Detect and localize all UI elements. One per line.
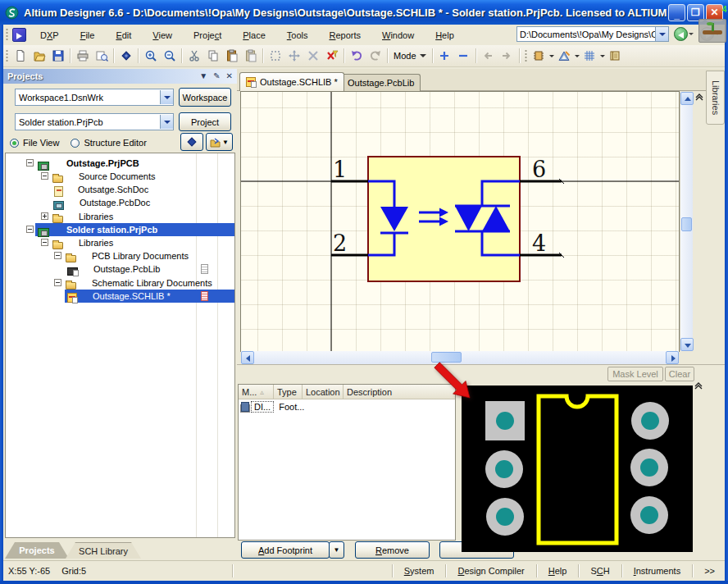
menu-item-view[interactable]: View — [142, 27, 183, 43]
tree-item-folder[interactable]: PCB Library Documents — [6, 249, 234, 262]
scroll-right-icon[interactable] — [666, 351, 679, 364]
ic-component-dropdown-icon[interactable] — [548, 47, 555, 65]
remove-part-icon[interactable] — [454, 47, 473, 65]
model-table-row[interactable]: DI... Foot... — [239, 400, 455, 413]
status-button-instruments[interactable]: Instruments — [626, 566, 689, 576]
menu-item-help[interactable]: Help — [425, 27, 465, 43]
tree-item-pcbdoc[interactable]: Outstage.PcbDoc — [6, 196, 234, 209]
vertical-scroll-thumb[interactable] — [681, 217, 692, 231]
minimize-button[interactable]: _ — [668, 4, 685, 21]
collapse-icon[interactable] — [54, 279, 61, 286]
tree-item-schlib-selected[interactable]: Outstage.SCHLIB * — [6, 290, 234, 303]
copy-icon[interactable] — [203, 47, 222, 65]
tree-item-pcblib[interactable]: Outstage.PcbLib — [6, 262, 234, 276]
scroll-down-icon[interactable] — [680, 338, 694, 351]
zoom-out-icon[interactable] — [160, 47, 179, 65]
tree-item-folder[interactable]: Libraries — [6, 236, 234, 249]
scroll-left-icon[interactable] — [241, 351, 254, 364]
menu-item-project[interactable]: Project — [183, 27, 232, 43]
mask-level-button[interactable]: Mask Level — [607, 367, 663, 381]
deselect-icon[interactable] — [303, 47, 322, 65]
open-document-button[interactable]: ▼ — [206, 133, 233, 151]
menu-item-reports[interactable]: Reports — [318, 27, 371, 43]
panel-menu-chevron-icon[interactable]: ▼ — [199, 72, 207, 80]
tab-outstage-schlib[interactable]: Outstage.SCHLIB * — [239, 72, 344, 91]
drawing-tools-icon[interactable] — [555, 47, 574, 65]
scroll-up-icon[interactable] — [680, 92, 694, 105]
schematic-canvas[interactable]: 1 2 6 4 — [241, 92, 679, 351]
add-footprint-dropdown-button[interactable]: ▼ — [329, 541, 344, 559]
mode-button[interactable]: Mode — [390, 48, 430, 64]
open-folder-icon[interactable] — [30, 47, 48, 65]
paste-icon[interactable] — [222, 47, 241, 65]
tree-item-project-selected[interactable]: Solder station.PrjPcb — [6, 223, 234, 236]
model-name-cell[interactable]: DI... — [251, 401, 274, 413]
next-part-icon[interactable] — [498, 47, 516, 65]
move-icon[interactable] — [284, 47, 303, 65]
status-button--[interactable]: >> — [696, 566, 723, 576]
workspace-combo-dropdown-icon[interactable] — [160, 90, 173, 104]
expand-icon[interactable] — [41, 212, 48, 220]
menu-item-dxp[interactable]: DXP — [30, 27, 70, 43]
paste-array-icon[interactable] — [241, 47, 260, 65]
grid-settings-dropdown-icon[interactable] — [599, 47, 606, 65]
zoom-in-icon[interactable] — [141, 47, 160, 65]
column-model[interactable]: M... ▵ — [239, 385, 274, 399]
remove-footprint-button[interactable]: Remove — [355, 541, 430, 559]
print-preview-icon[interactable] — [92, 47, 111, 65]
document-path-combo[interactable]: D:\Documents\!Opa\My Designs\Outst — [516, 26, 669, 42]
new-document-icon[interactable] — [11, 47, 30, 65]
save-icon[interactable] — [48, 47, 67, 65]
drawing-tools-dropdown-icon[interactable] — [574, 47, 580, 65]
project-combo-dropdown-icon[interactable] — [160, 115, 173, 129]
back-dropdown-icon[interactable] — [688, 27, 695, 41]
menu-item-window[interactable]: Window — [371, 27, 425, 43]
path-combo-dropdown-icon[interactable] — [655, 27, 668, 41]
redo-icon[interactable] — [366, 47, 384, 65]
menu-item-file[interactable]: File — [70, 27, 106, 43]
menu-item-tools[interactable]: Tools — [276, 27, 319, 43]
collapse-preview-chevron-icon[interactable] — [694, 381, 703, 390]
footprint-preview[interactable] — [462, 386, 693, 552]
collapse-icon[interactable] — [54, 252, 61, 259]
panel-close-icon[interactable]: ✕ — [226, 72, 233, 80]
grid-settings-icon[interactable] — [580, 47, 599, 65]
back-button[interactable] — [674, 27, 688, 41]
menubar-grip[interactable] — [6, 28, 8, 42]
previous-part-icon[interactable] — [479, 47, 498, 65]
column-type[interactable]: Type — [274, 385, 303, 399]
panel-tab-sch-library[interactable]: SCH Library — [66, 542, 141, 559]
panel-pin-icon[interactable]: ✎ — [213, 72, 220, 80]
toolbar-grip-2[interactable] — [525, 49, 527, 63]
libraries-side-tab[interactable]: Libraries — [706, 71, 725, 125]
tree-item-folder[interactable]: Libraries — [6, 210, 234, 223]
toolbar-grip[interactable] — [6, 49, 8, 63]
undo-icon[interactable] — [347, 47, 366, 65]
structure-editor-radio[interactable] — [71, 139, 80, 148]
file-view-radio[interactable] — [10, 139, 19, 148]
status-button-help[interactable]: Help — [540, 566, 576, 576]
collapse-icon[interactable] — [41, 172, 48, 180]
status-button-system[interactable]: System — [396, 566, 443, 576]
ic-component-icon[interactable] — [530, 47, 548, 65]
menu-item-place[interactable]: Place — [232, 27, 276, 43]
cut-icon[interactable] — [184, 47, 203, 65]
menu-item-edit[interactable]: Edit — [105, 27, 142, 43]
add-part-icon[interactable] — [435, 47, 454, 65]
tree-item-folder[interactable]: Schematic Library Documents — [6, 276, 234, 290]
collapse-icon[interactable] — [41, 239, 48, 246]
collapse-icon[interactable] — [26, 226, 34, 233]
panel-tab-projects[interactable]: Projects — [5, 542, 69, 559]
collapse-editor-chevron-icon[interactable] — [695, 93, 704, 101]
tree-item-folder[interactable]: Source Documents — [6, 170, 234, 183]
project-combo[interactable]: Solder station.PrjPcb — [15, 113, 174, 130]
add-footprint-button[interactable]: Add Footprint — [241, 541, 330, 559]
browse-button[interactable] — [180, 133, 203, 151]
browse-library-icon[interactable] — [116, 47, 135, 65]
workspace-combo[interactable]: Workspace1.DsnWrk — [15, 89, 174, 106]
dxp-logo-icon[interactable] — [12, 28, 26, 42]
workspace-button[interactable]: Workspace — [179, 88, 231, 107]
schematic-editor[interactable]: 1 2 6 4 — [240, 91, 680, 352]
tree-item-project[interactable]: Outstage.PrjPCB — [6, 157, 234, 170]
project-button[interactable]: Project — [179, 112, 231, 131]
